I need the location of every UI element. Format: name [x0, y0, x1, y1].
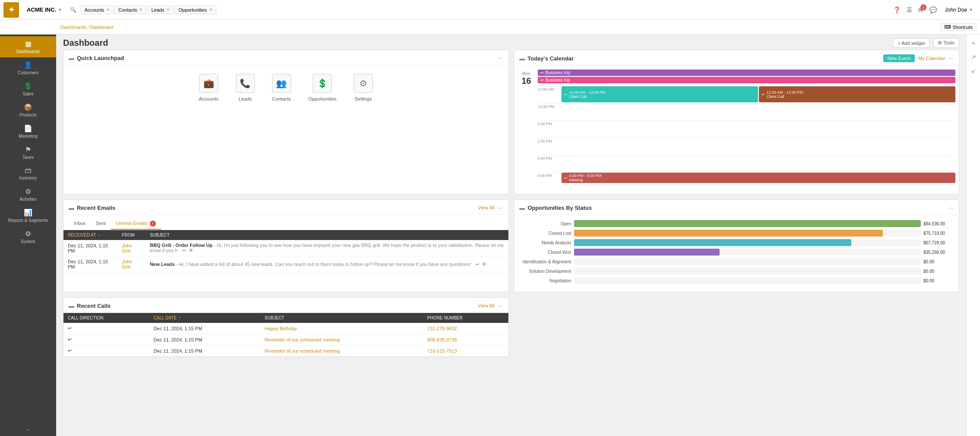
launchpad-opportunities[interactable]: 💲 Opportunities: [308, 74, 336, 101]
cal-event-client-call-2[interactable]: ↩ 11:00 AM - 12:00 PMClient Call: [759, 86, 955, 102]
sales-icon: 💲: [24, 82, 32, 90]
tools-button[interactable]: ⚙ Tools: [933, 38, 959, 48]
sidebar-item-products[interactable]: 📦 Products: [0, 100, 56, 121]
reply-icon-2[interactable]: ↩: [476, 262, 479, 267]
quick-launchpad-widget: ▬ Quick Launchpad ··· 💼 Accounts 📞 Leads: [63, 50, 509, 194]
my-emails-button[interactable]: ✉ 2: [917, 5, 925, 15]
launchpad-menu-icon[interactable]: ···: [498, 54, 503, 61]
chart-value-needs-analysis: $67,729.00: [923, 240, 954, 245]
col-call-direction[interactable]: CALL DIRECTION: [63, 313, 149, 323]
call-phone-1[interactable]: 731-279-9632: [423, 323, 508, 334]
collapse-opportunities-btn[interactable]: ▬: [520, 205, 525, 211]
cal-event-meeting[interactable]: ↩ 4:00 PM - 6:00 PMMeeting: [561, 173, 956, 183]
col-phone[interactable]: PHONE NUMBER: [423, 313, 508, 323]
pinned-tab-opportunities[interactable]: Opportunities ✕: [174, 6, 216, 14]
sidebar-item-dashboards[interactable]: ▦ Dashboards: [0, 36, 56, 57]
calendar-actions: New Event My Calendar ···: [883, 54, 954, 62]
col-call-date[interactable]: CALL DATE ↑: [149, 313, 260, 323]
close-contacts-icon[interactable]: ✕: [139, 7, 143, 12]
sidebar-bottom: →: [0, 423, 56, 436]
side-panel-collapse-icon[interactable]: ↙: [969, 66, 978, 76]
conversations-button[interactable]: 💬: [928, 5, 938, 15]
collapse-calendar-btn[interactable]: ▬: [520, 55, 525, 62]
breadcrumb-current: Dashboard: [90, 25, 114, 30]
email-row-1[interactable]: Dec 11, 2024, 1:15 PM John Doe BBQ Grill…: [63, 240, 508, 256]
org-selector[interactable]: ACME INC. ▼: [23, 5, 66, 15]
history-favorites-button[interactable]: ☰: [905, 5, 913, 15]
chart-value-identification: $0.00: [923, 259, 954, 264]
sidebar-item-marketing[interactable]: 📄 Marketing: [0, 121, 56, 142]
help-button[interactable]: ❓: [892, 5, 902, 15]
reply-icon-1[interactable]: ↩: [182, 248, 186, 253]
sidebar-item-customers[interactable]: 👤 Customers: [0, 57, 56, 79]
col-from[interactable]: FROM: [117, 230, 146, 240]
pinned-tab-leads[interactable]: Leads ✕: [147, 6, 174, 14]
call-row-2[interactable]: ↩ Dec 11, 2024, 1:15 PM Reminder of our …: [63, 334, 508, 345]
time-slot-3pm: 3:00 PM: [538, 155, 956, 172]
cal-event-business-trip-2[interactable]: ↩ Business trip: [538, 77, 956, 83]
call-subject-3[interactable]: Reminder of our scheduled meeting: [260, 345, 423, 357]
user-menu-button[interactable]: John Doe ▼: [942, 6, 977, 14]
close-opportunities-icon[interactable]: ✕: [209, 7, 212, 12]
tab-inbox[interactable]: Inbox: [69, 218, 91, 230]
tab-unread-emails[interactable]: Unread Emails !: [111, 218, 161, 230]
chart-bar-solution-dev: [574, 268, 921, 275]
call-subject-2[interactable]: Reminder of our scheduled meeting: [260, 334, 423, 345]
calendar-header: ▬ Today's Calendar New Event My Calendar…: [514, 50, 959, 66]
sidebar-item-reports[interactable]: 📊 Reports & Segments: [0, 205, 56, 226]
collapse-emails-btn[interactable]: ▬: [69, 205, 74, 211]
col-subject[interactable]: SUBJECT: [146, 230, 508, 240]
col-received-at[interactable]: RECEIVED AT ↑: [63, 230, 117, 240]
tab-sent[interactable]: Sent: [91, 218, 111, 230]
collapse-calls-btn[interactable]: ▬: [69, 303, 74, 309]
call-row-3[interactable]: ↩ Dec 11, 2024, 1:15 PM Reminder of our …: [63, 345, 508, 357]
pinned-tab-contacts[interactable]: Contacts ✕: [114, 6, 146, 14]
cal-event-client-call-1[interactable]: ↩ 11:00 AM - 12:00 PMClient Call: [561, 86, 758, 102]
close-accounts-icon[interactable]: ✕: [106, 7, 110, 12]
products-icon: 📦: [24, 103, 32, 111]
col-subject-calls[interactable]: SUBJECT: [260, 313, 423, 323]
cal-event-business-trip-1[interactable]: ↩ Business trip: [538, 70, 956, 76]
view-icon-1[interactable]: 👁: [189, 248, 193, 253]
call-phone-3[interactable]: 716-515-7513: [423, 345, 508, 357]
opportunities-header: ▬ Opportunities By Status ···: [514, 200, 959, 215]
side-panel-expand-icon[interactable]: ↗: [969, 52, 978, 62]
my-calendar-link[interactable]: My Calendar: [918, 56, 945, 61]
emails-view-all-link[interactable]: View All: [478, 205, 495, 210]
dashboards-icon: ▦: [25, 40, 32, 48]
email-row-2[interactable]: Dec 11, 2024, 1:15 PM John Doe New Leads…: [63, 256, 508, 272]
sidebar-item-inventory[interactable]: 🗃 Inventory: [0, 163, 56, 184]
launchpad-accounts[interactable]: 💼 Accounts: [199, 74, 218, 101]
call-phone-2[interactable]: 806-835-0738: [423, 334, 508, 345]
pinned-tab-accounts[interactable]: Accounts ✕: [81, 6, 114, 14]
search-button[interactable]: 🔍: [68, 5, 78, 15]
call-row-1[interactable]: ↩ Dec 11, 2024, 1:15 PM Happy Birthday 7…: [63, 323, 508, 334]
calls-view-all-link[interactable]: View All: [478, 303, 495, 308]
email-from-2[interactable]: John Doe: [117, 256, 146, 272]
shortcuts-button[interactable]: ⌨ Shortcuts: [940, 23, 977, 31]
close-leads-icon[interactable]: ✕: [166, 7, 170, 12]
side-panel-add-icon[interactable]: +: [970, 38, 977, 48]
sidebar-item-activities[interactable]: ⚙ Activities: [0, 184, 56, 205]
new-event-button[interactable]: New Event: [883, 54, 915, 62]
sidebar-item-system[interactable]: ⚙ System: [0, 226, 56, 247]
email-from-1[interactable]: John Doe: [117, 240, 146, 256]
launchpad-leads[interactable]: 📞 Leads: [236, 74, 255, 101]
chart-row-closed-lost: Closed Lost $75,719.00: [520, 230, 954, 237]
emails-menu-icon[interactable]: ···: [498, 204, 503, 211]
sidebar-collapse-arrow[interactable]: →: [0, 423, 56, 436]
launchpad-contacts[interactable]: 👥 Contacts: [272, 74, 291, 101]
view-icon-2[interactable]: 👁: [482, 262, 487, 267]
opportunities-menu-icon[interactable]: ···: [948, 204, 954, 211]
add-widget-button[interactable]: + Add widget: [893, 38, 929, 48]
emails-table: RECEIVED AT ↑ FROM SUBJECT Dec 11, 2024,…: [63, 230, 508, 272]
sidebar-item-taxes[interactable]: ⚑ Taxes: [0, 142, 56, 163]
sidebar-item-sales[interactable]: 💲 Sales: [0, 79, 56, 100]
calls-menu-icon[interactable]: ···: [498, 302, 503, 309]
call-subject-1[interactable]: Happy Birthday: [260, 323, 423, 334]
collapse-launchpad-btn[interactable]: ▬: [69, 55, 74, 61]
calendar-menu-icon[interactable]: ···: [948, 55, 954, 62]
launchpad-settings[interactable]: ⚙ Settings: [354, 74, 373, 101]
calendar-widget: ▬ Today's Calendar New Event My Calendar…: [514, 50, 960, 194]
breadcrumb-parent[interactable]: Dashboards: [60, 25, 86, 30]
